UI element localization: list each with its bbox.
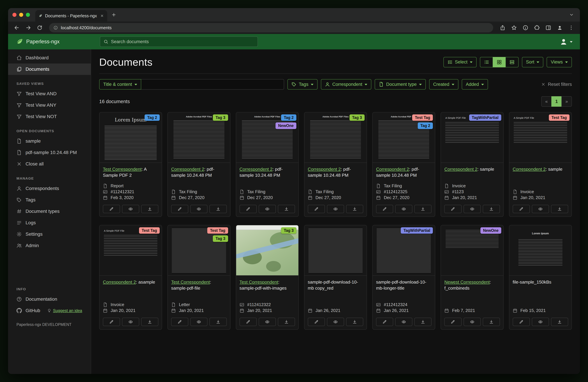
tag-badge[interactable]: Test Tag (139, 227, 160, 234)
tag-badge[interactable]: Tag 2 (418, 122, 433, 129)
tag-badge[interactable]: TagWithPartial (401, 227, 433, 234)
sidebar-item-test-view-and[interactable]: Test View AND (8, 88, 91, 100)
app-logo[interactable]: Paperless-ngx (8, 38, 91, 45)
view-button[interactable] (190, 318, 208, 326)
edit-button[interactable] (103, 318, 120, 326)
grid-view-button[interactable] (493, 57, 506, 67)
address-bar[interactable]: localhost:4200/documents (49, 23, 493, 32)
download-button[interactable] (278, 318, 295, 326)
view-button[interactable] (395, 205, 412, 213)
view-button[interactable] (259, 318, 276, 326)
download-button[interactable] (414, 318, 432, 326)
document-card[interactable]: Lorem ipsumfile-sample_150kBsFeb 15, 202… (509, 225, 572, 330)
view-button[interactable] (532, 318, 549, 326)
minimize-window-button[interactable] (19, 13, 23, 17)
download-button[interactable] (551, 318, 568, 326)
sidebar-item-documents[interactable]: Documents (8, 63, 91, 75)
document-correspondent-link[interactable]: Correspondent 2 (444, 167, 477, 172)
sidebar-item-documentation[interactable]: Documentation (8, 293, 91, 305)
view-button[interactable] (532, 205, 549, 213)
suggest-an-idea-link[interactable]: Suggest an idea (47, 308, 82, 313)
share-button[interactable] (498, 23, 507, 32)
edit-button[interactable] (171, 318, 188, 326)
document-correspondent-link[interactable]: Correspondent 2 (308, 167, 341, 172)
search-input[interactable] (111, 39, 254, 44)
tag-badge[interactable]: Tag 3 (350, 114, 365, 121)
page-status-icon[interactable] (521, 23, 530, 32)
document-correspondent-link[interactable]: Test Correspondent (240, 280, 278, 284)
tag-badge[interactable]: Test Tag (207, 227, 228, 234)
sidebar-item-correspondents[interactable]: Correspondents (8, 183, 91, 194)
side-panel-button[interactable] (544, 23, 553, 32)
back-button[interactable] (12, 23, 21, 32)
document-card[interactable]: Adobe Acrobat PDF FilesTag 3Corresponden… (304, 112, 367, 217)
document-card[interactable]: Adobe Acrobat PDF FilesTag 3Corresponden… (168, 112, 230, 217)
filter-correspondent-button[interactable]: Correspondent (321, 79, 372, 90)
global-search[interactable] (100, 37, 258, 47)
sidebar-item-settings[interactable]: Settings (8, 228, 91, 240)
document-card[interactable]: Lorem IpsumTag 2Test Correspondent: A Sa… (99, 112, 162, 217)
browser-tab[interactable]: Documents - Paperless-ngx (35, 10, 107, 21)
download-button[interactable] (141, 318, 158, 326)
document-correspondent-link[interactable]: Correspondent 2 (103, 280, 136, 284)
tag-badge[interactable]: Tag 2 (281, 114, 296, 121)
edit-button[interactable] (376, 318, 393, 326)
document-correspondent-link[interactable]: Correspondent 2 (171, 167, 204, 172)
download-button[interactable] (210, 205, 227, 213)
download-button[interactable] (483, 318, 500, 326)
edit-button[interactable] (103, 205, 120, 213)
download-button[interactable] (141, 205, 158, 213)
view-button[interactable] (464, 205, 481, 213)
tag-badge[interactable]: NewOne (481, 227, 501, 234)
tag-badge[interactable]: Tag 3 (213, 235, 228, 242)
select-button[interactable]: Select (443, 57, 477, 67)
download-button[interactable] (210, 318, 227, 326)
document-card[interactable]: NewOneNewest Correspondent: f_combinedsF… (441, 225, 504, 330)
document-correspondent-link[interactable]: Test Correspondent (171, 280, 210, 284)
tag-badge[interactable]: TagWithPartial (469, 114, 501, 121)
document-correspondent-link[interactable]: Correspondent 2 (240, 167, 273, 172)
view-button[interactable] (259, 205, 276, 213)
view-button[interactable] (327, 318, 344, 326)
filter-document-type-button[interactable]: Document type (375, 79, 426, 90)
extensions-puzzle-button[interactable] (532, 23, 542, 32)
browser-menu-kebab-button[interactable] (567, 23, 576, 32)
document-correspondent-link[interactable]: Newest Correspondent (444, 280, 490, 284)
document-correspondent-link[interactable]: Correspondent 2 (376, 167, 409, 172)
document-card[interactable]: A Simple PDF FileTest TagCorrespondent 2… (99, 225, 162, 330)
sidebar-item-github[interactable]: GitHubSuggest an idea (8, 305, 91, 316)
edit-button[interactable] (513, 318, 530, 326)
reload-button[interactable] (35, 23, 44, 32)
tag-badge[interactable]: Test Tag (549, 114, 569, 121)
filter-created-button[interactable]: Created (429, 79, 458, 90)
sidebar-item-test-view-not[interactable]: Test View NOT (8, 111, 91, 122)
download-button[interactable] (551, 205, 568, 213)
document-card[interactable]: Tag 3Test Correspondent: sample-pdf-with… (236, 225, 299, 330)
filter-tags-button[interactable]: Tags (287, 79, 317, 90)
sidebar-item-dashboard[interactable]: Dashboard (8, 52, 91, 63)
document-card[interactable]: A Simple PDF FileTagWithPartialCorrespon… (441, 112, 504, 217)
sidebar-item-test-view-any[interactable]: Test View ANY (8, 100, 91, 111)
zoom-window-button[interactable] (26, 13, 30, 17)
title-content-filter-input[interactable] (141, 79, 284, 90)
download-button[interactable] (278, 205, 295, 213)
new-tab-button[interactable] (111, 12, 116, 17)
sidebar-item-logs[interactable]: Logs (8, 217, 91, 228)
site-info-icon[interactable] (53, 25, 58, 30)
edit-button[interactable] (444, 318, 462, 326)
next-page-button[interactable]: » (561, 96, 572, 107)
title-content-dropdown[interactable]: Title & content (99, 79, 141, 90)
tag-badge[interactable]: Tag 3 (281, 227, 296, 234)
edit-button[interactable] (240, 318, 257, 326)
tab-search-chevron-icon[interactable] (569, 12, 574, 17)
document-correspondent-link[interactable]: Test Correspondent (103, 167, 142, 172)
view-button[interactable] (122, 205, 139, 213)
document-correspondent-link[interactable]: Correspondent 2 (513, 167, 546, 172)
view-button[interactable] (327, 205, 344, 213)
view-button[interactable] (395, 318, 412, 326)
user-menu[interactable] (559, 38, 572, 46)
forward-button[interactable] (23, 23, 33, 32)
list-view-button[interactable] (480, 57, 493, 67)
edit-button[interactable] (513, 205, 530, 213)
view-button[interactable] (122, 318, 139, 326)
